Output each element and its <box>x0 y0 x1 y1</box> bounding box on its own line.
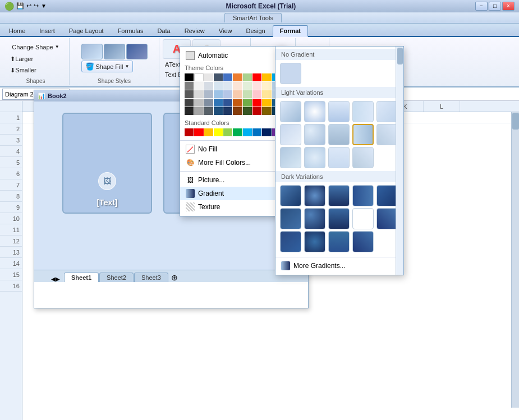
theme-color-2-7[interactable] <box>243 82 252 90</box>
theme-color-1-2[interactable] <box>194 73 203 81</box>
dark-grad-12[interactable] <box>304 231 325 252</box>
theme-color-3-9[interactable] <box>262 90 271 98</box>
light-grad-7[interactable] <box>304 124 325 145</box>
theme-color-1-9[interactable] <box>262 73 271 81</box>
dark-grad-6[interactable] <box>280 208 301 229</box>
smartart-shape-1[interactable]: 🖼 [Text] <box>62 113 152 214</box>
theme-color-5-7[interactable] <box>243 107 252 115</box>
theme-color-3-8[interactable] <box>252 90 261 98</box>
std-color-8[interactable] <box>252 128 261 136</box>
tab-format[interactable]: Format <box>273 25 308 37</box>
std-color-2[interactable] <box>194 128 203 136</box>
theme-color-2-2[interactable] <box>194 82 203 90</box>
theme-color-4-8[interactable] <box>252 99 261 107</box>
sheet-nav-left[interactable]: ◀ <box>51 276 56 282</box>
dark-grad-13[interactable] <box>328 231 350 252</box>
theme-color-1-8[interactable] <box>252 73 261 81</box>
theme-color-5-3[interactable] <box>204 107 213 115</box>
theme-color-4-4[interactable] <box>214 99 223 107</box>
sheet-tab-1[interactable]: Sheet1 <box>64 273 99 282</box>
shape-style-1[interactable] <box>81 44 103 59</box>
theme-color-2-4[interactable] <box>214 82 223 90</box>
theme-color-2-9[interactable] <box>262 82 271 90</box>
theme-color-3-6[interactable] <box>233 90 242 98</box>
theme-color-4-7[interactable] <box>243 99 252 107</box>
theme-color-5-1[interactable] <box>185 107 194 115</box>
theme-color-3-4[interactable] <box>214 90 223 98</box>
theme-color-1-6[interactable] <box>233 73 242 81</box>
light-grad-2[interactable] <box>304 101 325 122</box>
gradient-scroll-thumb[interactable] <box>397 48 403 64</box>
close-button[interactable]: × <box>502 2 515 11</box>
dark-grad-8[interactable] <box>328 208 350 229</box>
maximize-button[interactable]: □ <box>489 2 501 11</box>
std-color-5[interactable] <box>223 128 232 136</box>
theme-color-3-7[interactable] <box>243 90 252 98</box>
light-grad-6[interactable] <box>280 124 301 145</box>
dark-grad-2[interactable] <box>304 185 325 206</box>
theme-color-1-3[interactable] <box>204 73 213 81</box>
theme-color-4-2[interactable] <box>194 99 203 107</box>
dark-grad-14[interactable] <box>352 231 374 252</box>
tab-review[interactable]: Review <box>178 26 212 36</box>
sheet-tab-3[interactable]: Sheet3 <box>134 273 168 282</box>
theme-color-2-5[interactable] <box>223 82 232 90</box>
theme-color-2-1[interactable] <box>185 82 194 90</box>
shape-style-2[interactable] <box>104 44 125 59</box>
no-fill-item[interactable]: No Fill <box>180 142 286 156</box>
theme-color-4-6[interactable] <box>233 99 242 107</box>
change-shape-button[interactable]: Change Shape ▼ <box>8 41 63 53</box>
scrollbar-thumb[interactable] <box>512 113 519 130</box>
more-gradients-item[interactable]: More Gradients... <box>275 259 403 273</box>
menu-automatic[interactable]: Automatic <box>180 49 286 62</box>
light-grad-12[interactable] <box>304 147 325 168</box>
light-grad-13[interactable] <box>328 147 350 168</box>
shape-style-3[interactable] <box>126 44 148 59</box>
theme-color-1-5[interactable] <box>223 73 232 81</box>
theme-color-4-3[interactable] <box>204 99 213 107</box>
light-grad-4[interactable] <box>352 101 374 122</box>
dark-grad-9[interactable] <box>352 208 374 229</box>
theme-color-3-2[interactable] <box>194 90 203 98</box>
picture-item[interactable]: 🖼 Picture... <box>180 173 286 187</box>
theme-color-5-2[interactable] <box>194 107 203 115</box>
quick-access-save[interactable]: 💾 <box>16 2 24 10</box>
tab-data[interactable]: Data <box>150 26 177 36</box>
theme-color-1-4[interactable] <box>214 73 223 81</box>
std-color-1[interactable] <box>185 128 194 136</box>
std-color-3[interactable] <box>204 128 213 136</box>
theme-color-4-5[interactable] <box>223 99 232 107</box>
shape-fill-arrow[interactable]: ▼ <box>125 64 129 69</box>
vertical-scrollbar[interactable] <box>511 112 519 408</box>
texture-item[interactable]: Texture ▶ <box>180 200 286 214</box>
light-grad-3[interactable] <box>328 101 350 122</box>
theme-color-5-5[interactable] <box>223 107 232 115</box>
light-grad-8[interactable] <box>328 124 350 145</box>
smaller-button[interactable]: ⬇ Smaller <box>8 66 38 75</box>
insert-sheet-icon[interactable]: ⊕ <box>171 273 178 282</box>
light-grad-11[interactable] <box>280 147 301 168</box>
tab-insert[interactable]: Insert <box>33 26 62 36</box>
sheet-nav-right[interactable]: ▶ <box>56 276 60 282</box>
quick-access-more[interactable]: ▼ <box>41 3 47 9</box>
theme-color-4-9[interactable] <box>262 99 271 107</box>
std-color-4[interactable] <box>214 128 223 136</box>
tab-page-layout[interactable]: Page Layout <box>62 26 111 36</box>
gradient-scrollbar[interactable] <box>396 47 403 275</box>
larger-button[interactable]: ⬆ Shapes Larger <box>8 54 35 64</box>
theme-color-1-7[interactable] <box>243 73 252 81</box>
gradient-item[interactable]: Gradient ▶ <box>180 187 286 200</box>
more-fill-colors-item[interactable]: 🎨 More Fill Colors... <box>180 156 286 169</box>
std-color-6[interactable] <box>233 128 242 136</box>
theme-color-2-3[interactable] <box>204 82 213 90</box>
theme-color-2-6[interactable] <box>233 82 242 90</box>
dark-grad-3[interactable] <box>328 185 350 206</box>
theme-color-1-1[interactable] <box>185 73 194 81</box>
tab-home[interactable]: Home <box>2 26 32 36</box>
minimize-button[interactable]: − <box>475 2 488 11</box>
theme-color-3-1[interactable] <box>185 90 194 98</box>
no-gradient-cell[interactable] <box>280 63 301 84</box>
shape-fill-button[interactable]: 🪣 Shape Fill ▼ <box>81 61 134 72</box>
theme-color-5-4[interactable] <box>214 107 223 115</box>
theme-color-3-3[interactable] <box>204 90 213 98</box>
